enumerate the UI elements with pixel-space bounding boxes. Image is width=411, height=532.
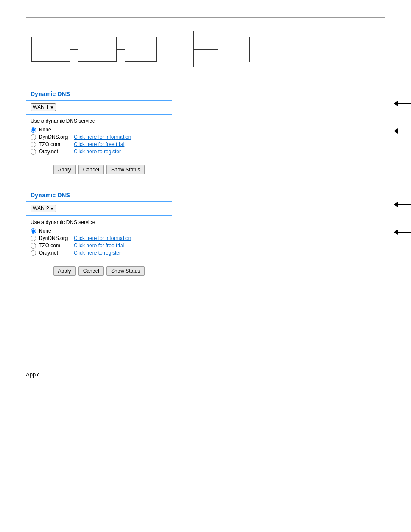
wan2-arrow-icon: ▼ — [50, 206, 54, 211]
diagram-outer-box — [26, 31, 194, 67]
diagram-connector-1 — [70, 49, 78, 50]
arrow-line-wan1 — [394, 103, 411, 104]
dns-option-name-tzo1: TZO.com — [39, 141, 71, 147]
dns-link-dynd2[interactable]: Click here for information — [74, 235, 131, 241]
wan2-dropdown[interactable]: WAN 2 ▼ — [31, 205, 56, 212]
dns-option-row-none1: None — [31, 127, 168, 133]
arrowhead-wan1 — [394, 101, 398, 106]
wan1-label: WAN 1 — [33, 104, 49, 110]
dns-service-label-2: Use a dynamic DNS service — [31, 219, 168, 225]
dns-option-name-none1: None — [39, 127, 71, 133]
radio-oray1[interactable] — [31, 149, 36, 155]
show-status-btn-2[interactable]: Show Status — [106, 266, 145, 276]
dns-option-name-dynd1: DynDNS.org — [39, 134, 71, 140]
cancel-btn-2[interactable]: Cancel — [78, 266, 104, 276]
arrowhead-wan2 — [394, 202, 398, 207]
page-wrapper: Dynamic DNS WAN 1 ▼ Use a dynamic DNS se… — [0, 0, 411, 395]
dns-panel-1-body: Use a dynamic DNS service None DynDNS.or… — [26, 115, 172, 162]
dns-option-name-tzo2: TZO.com — [39, 243, 71, 249]
apply-btn-1[interactable]: Apply — [53, 165, 76, 174]
dns-panel-2-body: Use a dynamic DNS service None DynDNS.or… — [26, 216, 172, 264]
dns-panel-1-title: Dynamic DNS — [26, 87, 172, 101]
cancel-btn-1[interactable]: Cancel — [78, 165, 104, 174]
arrow-line-1 — [394, 131, 411, 131]
radio-tzo2[interactable] — [31, 243, 36, 249]
dns-container: Dynamic DNS WAN 1 ▼ Use a dynamic DNS se… — [26, 87, 385, 280]
dns-option-row-tzo1: TZO.com Click here for free trial — [31, 141, 168, 147]
dns-panel-1-wrapper: Dynamic DNS WAN 1 ▼ Use a dynamic DNS se… — [26, 87, 385, 179]
arrowhead-1 — [394, 128, 398, 134]
dns-option-name-oray2: Oray.net — [39, 250, 71, 256]
bottom-divider — [26, 367, 385, 367]
dns-panel-1-footer: Apply Cancel Show Status — [26, 162, 172, 179]
top-divider — [26, 17, 385, 18]
diagram-box-1 — [31, 37, 70, 62]
dns-options-2: None DynDNS.org Click here for informati… — [31, 228, 168, 256]
dns-panel-2-footer: Apply Cancel Show Status — [26, 264, 172, 280]
dns-link-oray2[interactable]: Click here to register — [74, 250, 121, 256]
dns-option-row-tzo2: TZO.com Click here for free trial — [31, 243, 168, 249]
dns-service-label-1: Use a dynamic DNS service — [31, 118, 168, 124]
appy-area: AppY — [26, 371, 385, 378]
dns-option-name-oray1: Oray.net — [39, 149, 71, 155]
radio-oray2[interactable] — [31, 250, 36, 256]
dns-link-tzo2[interactable]: Click here for free trial — [74, 243, 124, 249]
radio-dynd2[interactable] — [31, 236, 36, 241]
wan1-dropdown[interactable]: WAN 1 ▼ — [31, 103, 56, 111]
dns-option-row-dynd2: DynDNS.org Click here for information — [31, 235, 168, 241]
dns-options-1: None DynDNS.org Click here for informati… — [31, 127, 168, 155]
dns-option-row-none2: None — [31, 228, 168, 234]
arrow-line-2 — [394, 232, 411, 233]
arrow-panel1 — [394, 131, 411, 131]
dns-panel-1: Dynamic DNS WAN 1 ▼ Use a dynamic DNS se… — [26, 87, 172, 179]
appy-label: AppY — [26, 371, 40, 378]
apply-btn-2[interactable]: Apply — [53, 266, 76, 276]
dns-panel-2-title: Dynamic DNS — [26, 188, 172, 202]
diagram-box-2 — [78, 37, 117, 62]
dns-panel-1-wan-row: WAN 1 ▼ — [26, 101, 172, 115]
dns-link-oray1[interactable]: Click here to register — [74, 149, 121, 155]
dns-panel-2-wan-row: WAN 2 ▼ — [26, 202, 172, 216]
radio-none2[interactable] — [31, 228, 36, 234]
dns-option-name-dynd2: DynDNS.org — [39, 235, 71, 241]
diagram-box-right — [218, 37, 250, 62]
dns-option-row-oray2: Oray.net Click here to register — [31, 250, 168, 256]
diagram-connector-2 — [117, 49, 125, 50]
dns-link-dynd1[interactable]: Click here for information — [74, 134, 131, 140]
dns-option-row-dynd1: DynDNS.org Click here for information — [31, 134, 168, 140]
arrow-wan1 — [394, 103, 411, 104]
diagram-section — [26, 31, 385, 69]
wan2-label: WAN 2 — [33, 205, 49, 212]
dns-panel-2: Dynamic DNS WAN 2 ▼ Use a dynamic DNS se… — [26, 188, 172, 280]
wan1-arrow-icon: ▼ — [50, 105, 54, 110]
dns-link-tzo1[interactable]: Click here for free trial — [74, 141, 124, 147]
show-status-btn-1[interactable]: Show Status — [106, 165, 145, 174]
dns-option-row-oray1: Oray.net Click here to register — [31, 149, 168, 155]
radio-dynd1[interactable] — [31, 134, 36, 140]
diagram-line-out — [194, 49, 218, 50]
arrow-panel2 — [394, 232, 411, 233]
arrow-wan2 — [394, 204, 411, 205]
dns-option-name-none2: None — [39, 228, 71, 234]
arrowhead-2 — [394, 230, 398, 235]
arrow-line-wan2 — [394, 204, 411, 205]
radio-tzo1[interactable] — [31, 142, 36, 147]
dns-panel-2-wrapper: Dynamic DNS WAN 2 ▼ Use a dynamic DNS se… — [26, 188, 385, 280]
radio-none1[interactable] — [31, 127, 36, 133]
diagram-inner-boxes — [31, 37, 157, 62]
diagram-box-3 — [125, 37, 157, 62]
